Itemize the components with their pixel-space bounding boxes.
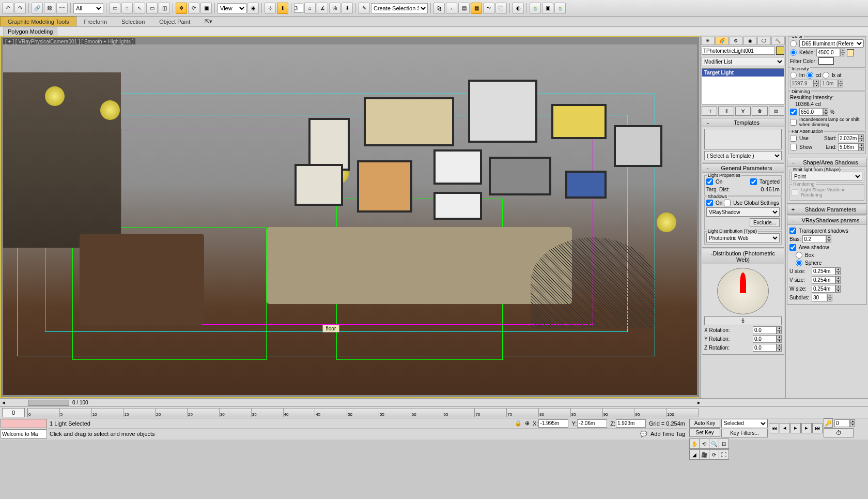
link-icon[interactable]: 🔗 (32, 3, 43, 14)
timeline-tick[interactable]: 45 (315, 409, 347, 417)
viewport-zoom-icon[interactable]: 🔍 (709, 438, 719, 449)
viewport-arc-rotate-icon[interactable]: ⟲ (699, 438, 709, 449)
snap-toggle-icon[interactable]: ⌂ (304, 3, 316, 14)
viewport-pan-icon[interactable]: ✋ (689, 438, 700, 449)
y-coord-input[interactable] (577, 419, 607, 428)
cd-radio[interactable] (807, 72, 813, 79)
wsize-input[interactable] (812, 285, 835, 293)
spinner-arrows[interactable]: ▴▾ (826, 235, 831, 243)
percent-snap-icon[interactable]: % (329, 3, 340, 14)
lock-selection-icon[interactable]: 🔒 (515, 420, 522, 427)
illuminant-radio[interactable] (790, 40, 797, 47)
select-rotate-icon[interactable]: ⟳ (188, 3, 199, 14)
window-crossing-icon[interactable]: ◫ (159, 3, 170, 14)
timeline-tick[interactable]: 30 (219, 409, 251, 417)
select-scale-icon[interactable]: ▣ (200, 3, 212, 14)
viewport-zoom-extents-icon[interactable]: ⊡ (719, 438, 729, 449)
dimming-percent-input[interactable] (799, 108, 823, 116)
keyboard-shortcut-icon[interactable]: ⬆ (277, 3, 288, 14)
viewport-dolly-icon[interactable]: 🎥 (699, 449, 709, 460)
make-unique-icon[interactable]: ∀ (735, 107, 751, 116)
scroll-thumb[interactable] (28, 400, 69, 406)
shadow-type-select[interactable]: VRayShadow (706, 207, 780, 217)
display-tab-icon[interactable]: 🖵 (757, 37, 771, 45)
timeline-tick[interactable]: 75 (506, 409, 538, 417)
spinner-arrows[interactable]: ▴▾ (814, 80, 819, 87)
usize-input[interactable] (812, 267, 835, 275)
motion-tab-icon[interactable]: ◉ (743, 37, 757, 45)
comm-center-icon[interactable]: 💬 (640, 431, 647, 437)
object-color-swatch[interactable] (776, 47, 784, 55)
lx-radio[interactable] (823, 72, 829, 79)
timeline-tick[interactable]: 25 (187, 409, 219, 417)
atten-start-input[interactable] (838, 134, 859, 142)
modifier-list-dropdown[interactable]: Modifier List (702, 57, 784, 66)
timeline-tick[interactable]: 50 (347, 409, 379, 417)
light-on-checkbox[interactable] (706, 178, 713, 185)
align-icon[interactable]: ⫠ (446, 3, 457, 14)
exclude-button[interactable]: Exclude... (750, 218, 780, 227)
spinner-arrows[interactable]: ▴▾ (859, 143, 864, 151)
stack-item-target-light[interactable]: Target Light (702, 69, 784, 77)
schematic-view-icon[interactable]: ⿻ (495, 3, 507, 14)
spinner-arrows[interactable]: ▴▾ (859, 134, 864, 142)
spinner-arrows[interactable]: ▴▾ (823, 108, 828, 116)
tab-graphite-modeling[interactable]: Graphite Modeling Tools (0, 17, 76, 26)
atten-end-input[interactable] (838, 143, 859, 151)
timeline-tick[interactable]: 60 (411, 409, 443, 417)
configure-sets-icon[interactable]: ▤ (769, 107, 784, 116)
hierarchy-tab-icon[interactable]: ⚙ (729, 37, 742, 45)
sphere-radio[interactable] (796, 260, 802, 266)
tab-selection[interactable]: Selection (114, 17, 152, 26)
viewport-scene[interactable]: floor (3, 44, 697, 395)
vray-shadows-rollout-header[interactable]: -VRayShadows params (787, 216, 866, 225)
viewport[interactable]: [ + ] [ VRayPhysicalCamera001 ] [ Smooth… (0, 36, 700, 398)
transparent-shadows-checkbox[interactable] (789, 228, 796, 234)
timeline-tick[interactable]: 90 (602, 409, 634, 417)
key-filters-button[interactable]: Key Filters... (721, 429, 768, 437)
web-file-button[interactable]: 6 (704, 316, 782, 325)
spinner-arrows[interactable]: ▴▾ (840, 49, 845, 56)
timeline-tick[interactable]: 65 (443, 409, 475, 417)
emit-shape-select[interactable]: Point (792, 172, 862, 181)
area-shadow-checkbox[interactable] (789, 244, 796, 251)
render-setup-icon[interactable]: 🍵 (530, 3, 541, 14)
distribution-rollout-header[interactable]: -Distribution (Photometric Web) (702, 249, 784, 264)
select-object-icon[interactable]: ▭ (109, 3, 120, 14)
render-icon[interactable]: 🍵 (554, 3, 566, 14)
cursor-icon[interactable]: ↖ (134, 3, 145, 14)
object-name-input[interactable] (702, 47, 775, 55)
vsize-input[interactable] (812, 276, 835, 284)
select-by-name-icon[interactable]: ≡ (121, 3, 133, 14)
spinner-arrows[interactable]: ▴▾ (850, 419, 855, 427)
spinner-arrows[interactable]: ▴▾ (777, 326, 782, 334)
rect-region-icon[interactable]: ▭ (146, 3, 158, 14)
viewport-fov-icon[interactable]: ◢ (689, 449, 700, 460)
spinner-arrows[interactable]: ▴▾ (777, 335, 782, 343)
subtab-polygon-modeling[interactable]: Polygon Modeling (3, 27, 57, 36)
kelvin-radio[interactable] (790, 49, 797, 56)
dimming-enable-checkbox[interactable] (790, 109, 797, 115)
timeline-tick[interactable]: 55 (379, 409, 411, 417)
shadow-params-rollout-header[interactable]: +Shadow Parameters (787, 205, 866, 214)
viewport-scrollbar[interactable]: ◂ 0 / 100 ▸ (0, 398, 868, 406)
bind-icon[interactable]: 〰 (56, 3, 68, 14)
goto-end-icon[interactable]: ⏭ (812, 423, 823, 433)
atten-use-checkbox[interactable] (790, 135, 797, 142)
use-global-checkbox[interactable] (724, 200, 731, 206)
kelvin-input[interactable] (816, 49, 840, 56)
timeline-track[interactable]: 0510152025303540455055606570758085909510… (27, 408, 699, 417)
photometric-web-preview[interactable] (717, 268, 769, 314)
angle-snap-icon[interactable]: ∡ (317, 3, 328, 14)
current-frame-input[interactable] (834, 419, 850, 427)
timeline-tick[interactable]: 85 (570, 409, 602, 417)
key-mode-toggle-icon[interactable]: 🔑 (824, 418, 833, 428)
tab-freeform[interactable]: Freeform (76, 17, 114, 26)
subdivs-input[interactable] (812, 294, 827, 301)
modifier-stack[interactable]: Target Light (702, 68, 784, 104)
timeline-tick[interactable]: 100 (666, 409, 698, 417)
tab-object-paint[interactable]: Object Paint (152, 17, 197, 26)
undo-icon[interactable]: ↶ (2, 3, 13, 14)
timeline-tick[interactable]: 40 (283, 409, 315, 417)
modify-tab-icon[interactable]: 🌈 (715, 37, 729, 45)
